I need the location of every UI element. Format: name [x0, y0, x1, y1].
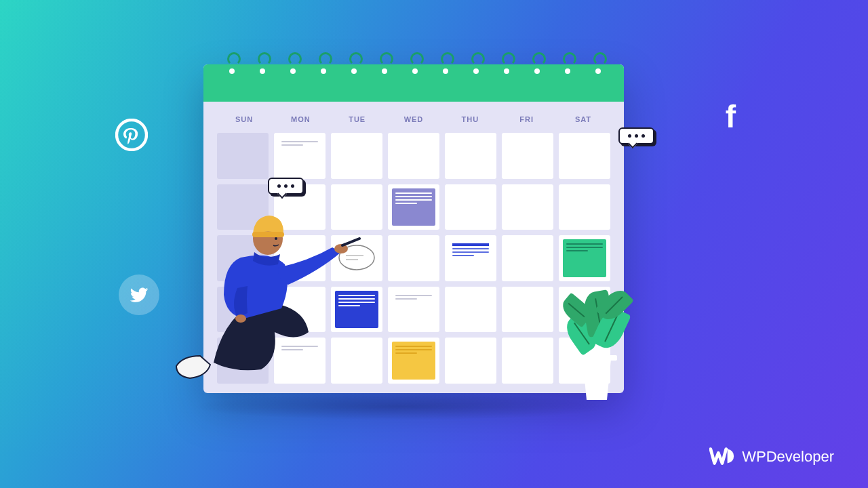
calendar-cell: [502, 184, 553, 230]
day-label-sat: SAT: [559, 115, 608, 123]
ellipsis-icon: [628, 134, 645, 138]
calendar-cell: [445, 287, 496, 333]
day-label-fri: FRI: [502, 115, 551, 123]
ellipsis-icon: [277, 184, 294, 188]
facebook-icon: f: [726, 98, 736, 135]
calendar-cell: [445, 133, 496, 179]
speech-bubble: [268, 178, 304, 195]
note-yellow: [392, 342, 435, 380]
calendar-cell: [388, 338, 439, 384]
person-illustration: [173, 197, 363, 386]
speech-bubble: [618, 127, 654, 144]
binding-ring: [437, 52, 454, 77]
calendar-cell: [217, 133, 269, 179]
calendar-cell: [331, 133, 382, 179]
calendar-cell: [445, 235, 496, 281]
calendar-cell: [559, 133, 610, 179]
binding-ring: [224, 52, 240, 77]
twitter-icon: [119, 274, 159, 315]
binding-ring: [590, 52, 606, 77]
binding-ring: [468, 52, 484, 77]
calendar-cell: [502, 338, 553, 384]
binding-ring: [285, 52, 301, 77]
calendar-cell: [502, 133, 553, 179]
brand-name: WPDeveloper: [742, 448, 834, 466]
day-label-tue: TUE: [333, 115, 382, 123]
svg-line-4: [342, 239, 359, 245]
calendar-cell: [274, 133, 326, 179]
binding-ring: [376, 52, 393, 77]
binding-ring: [529, 52, 545, 77]
calendar-cell: [502, 235, 553, 281]
binding-ring: [559, 52, 576, 77]
calendar-cell: [502, 287, 553, 333]
calendar-cell: [388, 184, 439, 230]
binding-ring: [498, 52, 515, 77]
calendar-header: [203, 64, 624, 102]
day-label-wed: WED: [389, 115, 438, 123]
calendar-cell: [559, 184, 610, 230]
svg-point-9: [117, 120, 146, 150]
binding-ring: [254, 52, 271, 77]
svg-rect-7: [252, 232, 284, 237]
note: [392, 291, 435, 329]
brand-logo: WPDeveloper: [709, 446, 834, 468]
day-label-sun: SUN: [220, 115, 269, 123]
pinterest-icon: [115, 119, 148, 151]
day-labels-row: SUN MON TUE WED THU FRI SAT: [217, 110, 610, 133]
calendar-cell: [388, 235, 439, 281]
binding-ring: [315, 52, 332, 77]
calendar-cell: [388, 133, 439, 179]
note-outline: [449, 239, 492, 277]
binding-ring: [407, 52, 423, 77]
day-label-mon: MON: [276, 115, 325, 123]
plant-pot: [580, 359, 614, 400]
calendar-cell: [445, 338, 496, 384]
day-label-thu: THU: [446, 115, 494, 123]
logo-mark: [709, 446, 735, 468]
note: [278, 137, 321, 175]
plant-decoration: [556, 264, 637, 400]
binding-ring: [346, 52, 362, 77]
svg-point-8: [275, 237, 277, 240]
calendar-cell: [388, 287, 439, 333]
svg-point-5: [235, 314, 246, 323]
illustration-scene: SUN MON TUE WED THU FRI SAT: [0, 0, 868, 488]
calendar-cell: [445, 184, 496, 230]
note-purple: [392, 188, 435, 226]
